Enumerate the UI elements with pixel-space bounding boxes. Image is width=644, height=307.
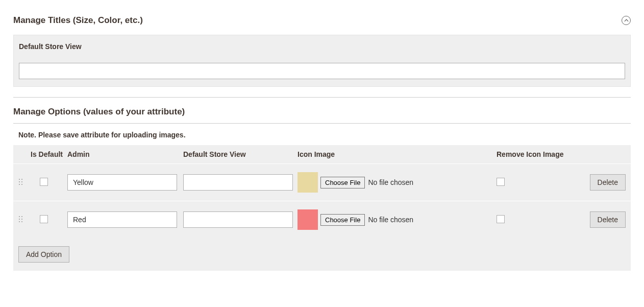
manage-titles-title: Manage Titles (Size, Color, etc.)	[13, 15, 143, 26]
admin-input[interactable]	[67, 211, 177, 228]
is-default-cell	[31, 215, 67, 225]
delete-button[interactable]: Delete	[590, 174, 626, 191]
svg-point-0	[19, 179, 20, 180]
col-admin-header: Admin	[67, 150, 183, 158]
actions-cell: Delete	[583, 211, 626, 228]
manage-titles-header: Manage Titles (Size, Color, etc.)	[13, 10, 631, 35]
drag-handle-cell	[18, 178, 31, 187]
remove-icon-cell	[497, 215, 583, 225]
options-note: Note. Please save attribute for uploadin…	[13, 124, 631, 145]
drag-handle-cell	[18, 216, 31, 224]
manage-options-title: Manage Options (values of your attribute…	[13, 107, 631, 117]
admin-cell	[67, 174, 183, 191]
choose-file-button[interactable]: Choose File	[320, 214, 365, 226]
storeview-cell	[183, 211, 298, 228]
storeview-cell	[183, 174, 298, 191]
options-panel: Is Default Admin Default Store View Icon…	[13, 145, 631, 271]
svg-point-9	[21, 219, 22, 220]
drag-handle-icon[interactable]	[18, 216, 24, 223]
storeview-label: Default Store View	[14, 35, 630, 58]
remove-icon-checkbox[interactable]	[497, 215, 505, 223]
option-row: Choose File No file chosen Delete	[13, 163, 631, 201]
options-table-head: Is Default Admin Default Store View Icon…	[13, 145, 631, 163]
svg-point-1	[21, 179, 22, 180]
col-icon-header: Icon Image	[298, 150, 497, 158]
svg-point-4	[19, 184, 20, 185]
col-is-default-header: Is Default	[31, 150, 67, 158]
svg-point-5	[21, 184, 22, 185]
file-status-text: No file chosen	[368, 178, 413, 186]
col-remove-header: Remove Icon Image	[497, 150, 583, 158]
manage-options-header: Manage Options (values of your attribute…	[13, 98, 631, 124]
color-swatch	[298, 172, 318, 193]
options-footer: Add Option	[13, 238, 631, 271]
icon-cell: Choose File No file chosen	[298, 172, 497, 193]
storeview-title-input[interactable]	[19, 63, 625, 79]
icon-cell: Choose File No file chosen	[298, 209, 497, 230]
svg-point-11	[21, 221, 22, 222]
file-status-text: No file chosen	[368, 216, 413, 224]
option-row: Choose File No file chosen Delete	[13, 201, 631, 238]
titles-panel: Default Store View	[13, 35, 631, 87]
is-default-checkbox[interactable]	[40, 178, 48, 186]
svg-point-8	[19, 219, 20, 220]
svg-point-10	[19, 221, 20, 222]
storeview-input[interactable]	[183, 211, 293, 228]
svg-point-6	[19, 216, 20, 217]
remove-icon-cell	[497, 178, 583, 187]
manage-titles-section: Manage Titles (Size, Color, etc.) Defaul…	[13, 10, 631, 87]
svg-point-3	[21, 181, 22, 182]
is-default-cell	[31, 178, 67, 187]
collapse-icon[interactable]	[622, 16, 631, 25]
storeview-input-wrap	[14, 58, 630, 86]
manage-options-section: Manage Options (values of your attribute…	[13, 98, 631, 271]
color-swatch	[298, 209, 318, 230]
storeview-input[interactable]	[183, 174, 293, 191]
remove-icon-checkbox[interactable]	[497, 178, 505, 186]
choose-file-button[interactable]: Choose File	[320, 177, 365, 188]
admin-input[interactable]	[67, 174, 177, 191]
svg-point-2	[19, 181, 20, 182]
add-option-button[interactable]: Add Option	[18, 246, 69, 263]
actions-cell: Delete	[583, 174, 626, 191]
delete-button[interactable]: Delete	[590, 211, 626, 228]
col-storeview-header: Default Store View	[183, 150, 298, 158]
is-default-checkbox[interactable]	[40, 215, 48, 223]
admin-cell	[67, 211, 183, 228]
drag-handle-icon[interactable]	[18, 178, 24, 185]
svg-point-7	[21, 216, 22, 217]
